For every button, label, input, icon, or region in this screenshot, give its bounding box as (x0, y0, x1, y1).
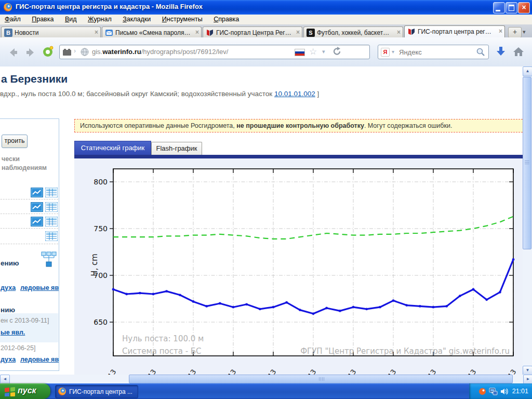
search-input[interactable] (398, 46, 468, 58)
ice-events-link[interactable]: ые явл. (1, 329, 25, 336)
horizontal-scroll-thumb[interactable] (129, 375, 513, 383)
waterinfo-icon (407, 28, 416, 36)
russian-flag-icon[interactable] (295, 49, 305, 56)
taskbar-item-firefox[interactable]: ГИС-портал центра ... (55, 385, 138, 398)
tab-list-dropdown-icon[interactable]: ▾ (523, 29, 526, 35)
vertical-scroll-thumb[interactable] (523, 77, 531, 249)
horizontal-scrollbar[interactable]: ◄ ► (0, 375, 532, 383)
sidebar-text: наблюдениям (2, 164, 47, 171)
tab-close-icon[interactable]: × (296, 29, 300, 36)
air-temp-link[interactable]: духа (1, 284, 16, 291)
new-tab-button[interactable]: + (508, 27, 522, 38)
tab-sports[interactable]: S Футбол, хоккей, баскетбол... × (303, 26, 403, 38)
window-titlebar: ГИС-портал центра регистра и кадастра - … (0, 0, 532, 15)
svg-text:10-13: 10-13 (300, 368, 317, 375)
back-button[interactable] (6, 46, 20, 59)
desktop: ГИС-портал центра регистра и кадастра - … (0, 0, 532, 399)
hydrograph-chart: 65070075080010-1310-1310-1310-1310-1310-… (74, 158, 523, 375)
air-temp-link[interactable]: духа (1, 356, 16, 363)
tab-close-icon[interactable]: × (499, 28, 502, 35)
sidebar-text: чески (2, 155, 20, 163)
sidebar-panel: троить чески наблюдениям (0, 118, 59, 371)
table-icon[interactable] (45, 188, 58, 197)
table-icon[interactable] (45, 217, 58, 227)
svg-text:10-13: 10-13 (220, 368, 237, 375)
waterinfo-icon (206, 29, 214, 37)
svg-text:11-13: 11-13 (500, 368, 517, 375)
restore-button[interactable] (506, 2, 517, 14)
svg-text:800: 800 (94, 178, 108, 186)
yandex-icon[interactable]: Я (381, 48, 390, 57)
start-label: пуск (18, 386, 36, 395)
tab-gis-portal-1[interactable]: ГИС-портал Центра Регист... × (203, 26, 302, 38)
search-magnifier-icon[interactable] (476, 47, 485, 59)
system-tray: 21:01 (469, 383, 532, 399)
tab-static-graph[interactable]: Статический график (74, 141, 151, 155)
svg-text:10-13: 10-13 (140, 368, 157, 375)
network-tray-icon[interactable] (489, 388, 498, 397)
home-icon[interactable] (512, 45, 526, 59)
menu-view[interactable]: Вид (60, 15, 82, 23)
water-area-link[interactable]: 10.01.01.002 (274, 90, 315, 98)
tab-mail[interactable]: Письмо «Смена пароля» — g... × (102, 26, 202, 38)
menu-edit[interactable]: Правка (27, 15, 58, 23)
globe-icon (81, 48, 89, 58)
warning-banner: Используются оперативные данные Росгидро… (74, 119, 525, 132)
svg-text:750: 750 (94, 224, 108, 233)
addon-icon[interactable] (42, 45, 55, 59)
menu-tools[interactable]: Инструменты (157, 15, 207, 23)
bookmark-star-icon[interactable]: ☆ (309, 46, 317, 57)
tab-news[interactable]: В Новости × (1, 26, 101, 38)
svg-text:H, cm: H, cm (90, 254, 99, 276)
url-text[interactable]: gis.waterinfo.ru/hydrographs/post/76912/… (92, 48, 228, 56)
firefox-icon (4, 3, 12, 11)
sidebar-section-heading: нию (1, 306, 15, 314)
table-icon[interactable] (45, 202, 58, 212)
url-dropdown-icon[interactable]: ▾ (322, 48, 325, 55)
menu-help[interactable]: Справка (209, 15, 244, 23)
close-button[interactable]: × (518, 2, 530, 14)
navigation-bar: › gis.waterinfo.ru/hydrographs/post/7691… (0, 37, 532, 67)
ice-events-link[interactable]: ледовые явл. (20, 284, 59, 291)
chart-icon[interactable] (31, 188, 43, 197)
url-bar[interactable]: › gis.waterinfo.ru/hydrographs/post/7691… (59, 45, 370, 59)
chart-icon[interactable] (31, 217, 43, 227)
build-button[interactable]: троить (2, 135, 28, 148)
svg-text:10-13: 10-13 (420, 368, 437, 375)
tab-close-icon[interactable]: × (195, 29, 199, 36)
forward-button[interactable] (24, 46, 37, 59)
chevron-right-icon: › (74, 47, 76, 55)
menu-file[interactable]: Файл (0, 15, 25, 23)
download-icon[interactable] (495, 45, 508, 59)
scroll-up-icon[interactable]: ▲ (523, 66, 532, 76)
svg-text:ФГУП "Центр Регистра и Кадастр: ФГУП "Центр Регистра и Кадастра" gis.wat… (300, 347, 510, 356)
post-subtitle: вдхр., нуль поста 100.0 м; бассейновый о… (0, 90, 319, 98)
table-icon[interactable] (45, 231, 58, 241)
svg-text:10-13: 10-13 (340, 368, 357, 375)
vertical-scrollbar[interactable]: ▲ ▼ (523, 66, 532, 375)
tab-strip: В Новости × Письмо «Смена пароля» — g...… (0, 24, 532, 37)
tab-flash-graph[interactable]: Flash-график (151, 142, 202, 155)
menu-history[interactable]: Журнал (83, 15, 116, 23)
tray-clock: 21:01 (512, 388, 528, 395)
tab-close-icon[interactable]: × (95, 29, 98, 36)
ice-events-link[interactable]: ледовые явл. (20, 356, 59, 363)
menu-bar: Файл Правка Вид Журнал Закладки Инструме… (0, 15, 532, 25)
site-identity-icon[interactable] (62, 48, 72, 56)
hierarchy-icon[interactable] (41, 251, 57, 269)
tab-close-icon[interactable]: × (397, 29, 401, 36)
origin-tray-icon[interactable] (478, 388, 486, 397)
search-engine-dropdown-icon[interactable]: ▾ (392, 49, 394, 55)
svg-text:Нуль поста: 100.0 м: Нуль поста: 100.0 м (122, 334, 204, 343)
volume-tray-icon[interactable] (500, 388, 509, 397)
page-title: а Березники (1, 73, 68, 85)
date-note: ен с 2013-09-11] (1, 317, 49, 324)
start-button[interactable]: пуск (0, 383, 50, 399)
minimize-button[interactable] (493, 2, 505, 14)
chart-icon[interactable] (31, 202, 43, 212)
menu-bookmarks[interactable]: Закладки (118, 15, 155, 23)
scroll-down-icon[interactable]: ▼ (523, 366, 532, 375)
reload-icon[interactable] (332, 47, 342, 58)
search-box[interactable]: Я ▾ (378, 45, 489, 59)
tab-gis-portal-active[interactable]: ГИС-портал центра регистр... × (404, 25, 505, 38)
